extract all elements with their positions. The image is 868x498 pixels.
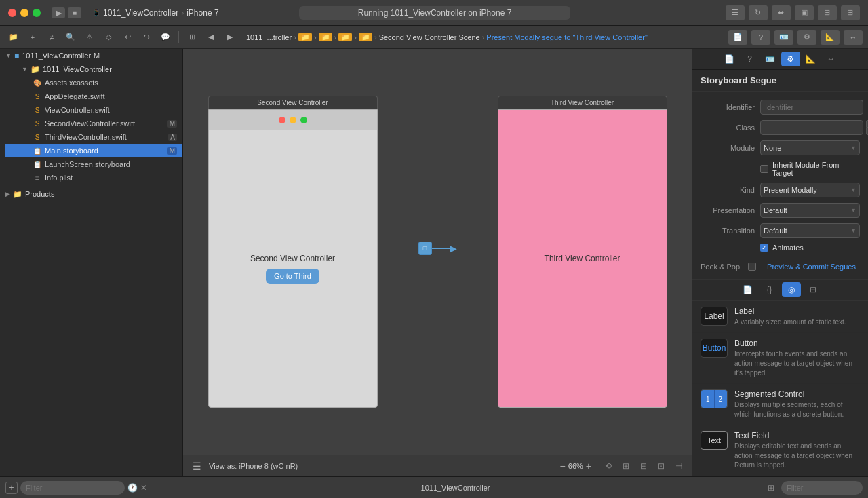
- refresh-canvas-icon[interactable]: ⟲: [601, 459, 616, 474]
- breadcrumb-segue[interactable]: Present Modally segue to "Third View Con…: [486, 33, 648, 41]
- undo-icon[interactable]: ↩: [119, 30, 136, 45]
- sidebar-item-assets[interactable]: 🎨 Assets.xcassets: [5, 76, 182, 90]
- segmented-component-name: Segmented Control: [734, 389, 860, 399]
- breadcrumb-item-folder2[interactable]: 📁: [319, 33, 332, 41]
- expand-icon[interactable]: ⊞: [841, 5, 860, 20]
- button-component-desc: Intercepts touch events and sends an act…: [734, 349, 860, 378]
- module-dropdown[interactable]: None ▼: [760, 140, 860, 155]
- constraint-icon[interactable]: ⊞: [618, 459, 633, 474]
- sidebar: ▼ ■ 1011_ViewController M ▼ 📁 1011_ViewC…: [0, 49, 183, 476]
- sidebar-item-secondvc[interactable]: S SecondViewController.swift M: [5, 117, 182, 130]
- class-input[interactable]: UIStoryboardSegue: [760, 120, 863, 135]
- play-button[interactable]: ▶: [52, 7, 65, 18]
- animates-checkbox[interactable]: ✓: [760, 244, 768, 252]
- grid-icon[interactable]: ⊞: [184, 30, 200, 45]
- breadcrumb-item-folder4[interactable]: 📁: [359, 33, 372, 41]
- transition-dropdown-arrow: ▼: [850, 227, 856, 234]
- sidebar-item-appdelegate[interactable]: S AppDelegate.swift: [5, 90, 182, 103]
- redo-icon[interactable]: ↪: [138, 30, 155, 45]
- stop-button[interactable]: ■: [68, 7, 81, 18]
- third-vc-phone[interactable]: Third View Controller: [498, 109, 667, 408]
- breadcrumb-item-folder1[interactable]: 📁: [298, 33, 312, 41]
- lib-tab-circle[interactable]: ◎: [782, 282, 801, 297]
- breadcrumb-item-1[interactable]: 1011_...troller: [246, 33, 292, 41]
- tab-size[interactable]: 📐: [802, 52, 821, 66]
- segue-box[interactable]: □: [418, 242, 432, 255]
- lib-tab-braces[interactable]: {}: [760, 282, 779, 297]
- nav-back[interactable]: ◀: [203, 30, 219, 45]
- lib-item-textfield[interactable]: Text Text Field Displays editable text a…: [692, 425, 868, 476]
- project-root[interactable]: ▼ ■ 1011_ViewController M: [0, 49, 182, 62]
- back-forward-icon[interactable]: ⬌: [772, 5, 791, 20]
- tab-file-inspector[interactable]: 📄: [720, 52, 739, 66]
- peek-pop-checkbox[interactable]: [748, 263, 756, 271]
- file-inspector-icon[interactable]: 📄: [728, 30, 747, 45]
- class-row: Class UIStoryboardSegue ▲ ▼ ◯: [692, 117, 868, 138]
- comment-icon[interactable]: 💬: [157, 30, 174, 45]
- right-filter-input[interactable]: [781, 481, 863, 495]
- kind-dropdown[interactable]: Present Modally ▼: [760, 183, 860, 197]
- diamond-icon[interactable]: ◇: [100, 30, 117, 45]
- lib-tab-file[interactable]: 📄: [738, 282, 757, 297]
- second-vc-phone[interactable]: Second View Controller Go to Third: [208, 109, 378, 408]
- zoom-level: 66%: [568, 462, 583, 470]
- inspector-header: Storyboard Segue: [692, 70, 868, 92]
- folder-icon[interactable]: 📁: [5, 30, 22, 45]
- sidebar-item-infoplist[interactable]: ≡ Info.plist: [5, 171, 182, 185]
- search-icon[interactable]: 🔍: [62, 30, 79, 45]
- nav-forward[interactable]: ▶: [222, 30, 238, 45]
- second-vc-topbar: [209, 110, 377, 130]
- preview-commit-label[interactable]: Preview & Commit Segues: [767, 263, 856, 271]
- inherit-checkbox[interactable]: [760, 165, 768, 173]
- close-button[interactable]: [8, 9, 16, 17]
- document-outline-btn[interactable]: ☰: [189, 459, 205, 474]
- lib-tab-square[interactable]: ⊟: [804, 282, 823, 297]
- tab-identity[interactable]: 🪪: [761, 52, 780, 66]
- breadcrumb-item-folder3[interactable]: 📁: [338, 33, 352, 41]
- breadcrumb-scene[interactable]: Second View Controller Scene: [379, 33, 480, 41]
- grid-layout-icon[interactable]: ⊞: [764, 480, 778, 495]
- presentation-dropdown[interactable]: Default ▼: [760, 203, 860, 218]
- warning-icon[interactable]: ⚠: [81, 30, 98, 45]
- connections-inspector-icon[interactable]: ↔: [844, 30, 863, 45]
- align-icon[interactable]: ⊣: [671, 459, 686, 474]
- lib-item-segmented[interactable]: 1 2 Segmented Control Displays multiple …: [692, 384, 868, 425]
- size-inspector-icon[interactable]: 📐: [821, 30, 840, 45]
- clear-filter-icon[interactable]: ✕: [140, 483, 147, 493]
- tab-quick-help[interactable]: ?: [741, 52, 760, 66]
- sidebar-item-thirdvc[interactable]: S ThirdViewController.swift A: [5, 130, 182, 144]
- hamburger-menu-button[interactable]: ☰: [726, 5, 745, 20]
- zoom-in-button[interactable]: +: [586, 461, 591, 472]
- attributes-inspector-icon[interactable]: ⚙: [797, 30, 816, 45]
- transition-dropdown[interactable]: Default ▼: [760, 223, 860, 238]
- lib-item-label[interactable]: Label Label A variably sized amount of s…: [692, 301, 868, 333]
- identity-inspector-icon[interactable]: 🪪: [774, 30, 793, 45]
- lib-item-button[interactable]: Button Button Intercepts touch events an…: [692, 333, 868, 384]
- sidebar-item-launchscreen[interactable]: 📋 LaunchScreen.storyboard: [5, 157, 182, 171]
- sidebar-item-viewcontroller[interactable]: S ViewController.swift: [5, 103, 182, 117]
- storyboard-canvas[interactable]: Second View Controller Second View Contr…: [183, 49, 692, 455]
- layout-icon[interactable]: ▣: [795, 5, 814, 20]
- fullscreen-button[interactable]: [33, 9, 41, 17]
- sidebar-item-mainstoryboard[interactable]: 📋 Main.storyboard M: [5, 144, 182, 157]
- embed-icon[interactable]: ⊟: [636, 459, 651, 474]
- refresh-icon[interactable]: ↻: [749, 5, 768, 20]
- recent-icon[interactable]: 🕐: [127, 483, 138, 493]
- products-group[interactable]: ▶ 📁 Products: [0, 187, 182, 201]
- add-filter-button[interactable]: +: [5, 482, 18, 494]
- device-icon[interactable]: ⊡: [654, 459, 669, 474]
- zoom-out-button[interactable]: −: [560, 461, 566, 472]
- diff-icon[interactable]: ≠: [43, 30, 60, 45]
- quick-help-icon[interactable]: ?: [751, 30, 770, 45]
- identifier-input[interactable]: [760, 100, 863, 115]
- split-icon[interactable]: ⊟: [818, 5, 837, 20]
- go-to-third-button[interactable]: Go to Third: [266, 269, 319, 284]
- view-as-label: View as: iPhone 8 (wC nR): [209, 462, 298, 470]
- group-1011[interactable]: ▼ 📁 1011_ViewController: [5, 62, 182, 76]
- segue-arrow[interactable]: □ ▶: [418, 242, 457, 255]
- tab-attributes[interactable]: ⚙: [781, 52, 800, 66]
- add-icon[interactable]: +: [24, 30, 41, 45]
- sidebar-filter-input[interactable]: [20, 481, 125, 495]
- minimize-button[interactable]: [20, 9, 28, 17]
- tab-connections[interactable]: ↔: [822, 52, 841, 66]
